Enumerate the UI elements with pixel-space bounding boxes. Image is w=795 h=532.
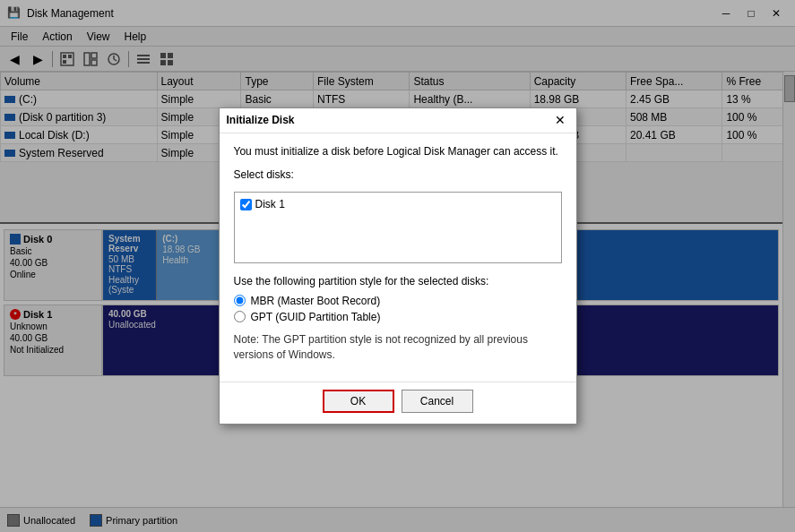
modal-overlay: Initialize Disk ✕ You must initialize a …	[0, 0, 795, 532]
partition-style-label: Use the following partition style for th…	[234, 274, 562, 289]
ok-button[interactable]: OK	[323, 390, 394, 413]
modal-body: You must initialize a disk before Logica…	[220, 133, 576, 382]
initialize-disk-dialog: Initialize Disk ✕ You must initialize a …	[219, 107, 577, 425]
modal-footer: OK Cancel	[220, 382, 576, 424]
modal-select-disks-label: Select disks:	[234, 167, 562, 183]
disk-list-item: Disk 1	[238, 196, 557, 212]
modal-title: Initialize Disk	[227, 114, 295, 126]
gpt-option: GPT (GUID Partition Table)	[234, 311, 562, 323]
modal-close-button[interactable]: ✕	[551, 112, 569, 128]
modal-intro-text: You must initialize a disk before Logica…	[234, 144, 562, 159]
gpt-label: GPT (GUID Partition Table)	[251, 311, 381, 323]
partition-style-section: Use the following partition style for th…	[234, 274, 562, 323]
mbr-radio[interactable]	[234, 295, 246, 306]
mbr-option: MBR (Master Boot Record)	[234, 295, 562, 307]
disk1-checkbox[interactable]	[240, 199, 252, 210]
note-text: Note: The GPT partition style is not rec…	[234, 332, 562, 363]
disk1-label: Disk 1	[255, 198, 285, 210]
gpt-radio[interactable]	[234, 311, 246, 322]
modal-title-bar: Initialize Disk ✕	[220, 108, 576, 133]
mbr-label: MBR (Master Boot Record)	[251, 295, 381, 307]
cancel-button[interactable]: Cancel	[402, 390, 473, 413]
disk-list-box: Disk 1	[234, 192, 562, 263]
